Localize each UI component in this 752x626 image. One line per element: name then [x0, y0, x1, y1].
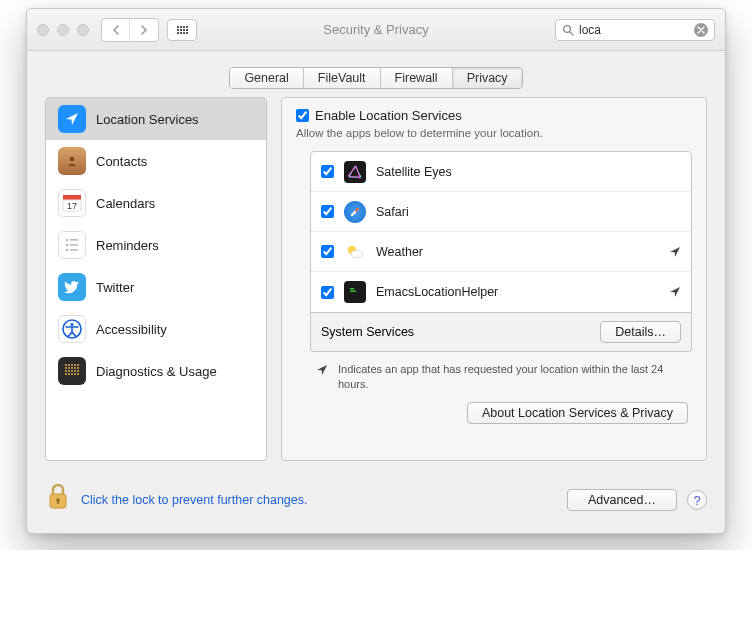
about-button-wrap: About Location Services & Privacy: [282, 402, 706, 436]
show-all-button[interactable]: [167, 19, 197, 41]
app-checkbox[interactable]: [321, 245, 334, 258]
sidebar-item-reminders[interactable]: Reminders: [46, 224, 266, 266]
svg-rect-7: [70, 239, 78, 241]
twitter-icon: [58, 273, 86, 301]
preferences-window: Security & Privacy General FileVault Fir…: [26, 8, 726, 534]
main-content: Location Services Contacts 17 Calendars …: [27, 97, 725, 475]
tab-general[interactable]: General: [230, 68, 303, 88]
sidebar-item-label: Accessibility: [96, 322, 167, 337]
sidebar-item-label: Diagnostics & Usage: [96, 364, 217, 379]
svg-point-20: [68, 367, 70, 369]
location-services-pane: Enable Location Services Allow the apps …: [281, 97, 707, 461]
back-button[interactable]: [102, 19, 130, 41]
svg-point-39: [351, 250, 363, 257]
system-services-label: System Services: [321, 325, 414, 339]
app-row-satellite-eyes[interactable]: Satellite Eyes: [311, 152, 691, 192]
sidebar-item-label: Twitter: [96, 280, 134, 295]
location-header: Enable Location Services Allow the apps …: [282, 98, 706, 147]
svg-point-24: [65, 370, 67, 372]
window-controls: [37, 24, 89, 36]
svg-point-15: [68, 364, 70, 366]
forward-button[interactable]: [130, 19, 158, 41]
footer-right: Advanced… ?: [567, 489, 707, 511]
about-location-button[interactable]: About Location Services & Privacy: [467, 402, 688, 424]
app-checkbox[interactable]: [321, 165, 334, 178]
svg-point-17: [74, 364, 76, 366]
svg-point-30: [68, 373, 70, 375]
tab-filevault[interactable]: FileVault: [304, 68, 381, 88]
chevron-right-icon: [140, 25, 148, 35]
location-arrow-icon: [316, 364, 328, 376]
svg-point-2: [70, 157, 75, 162]
contacts-icon: [58, 147, 86, 175]
recent-location-icon: [669, 286, 681, 298]
svg-point-19: [65, 367, 67, 369]
svg-point-32: [74, 373, 76, 375]
app-name: EmacsLocationHelper: [376, 285, 498, 299]
details-button[interactable]: Details…: [600, 321, 681, 343]
app-checkbox[interactable]: [321, 205, 334, 218]
chevron-left-icon: [112, 25, 120, 35]
enable-location-row[interactable]: Enable Location Services: [296, 108, 692, 123]
sidebar-item-calendars[interactable]: 17 Calendars: [46, 182, 266, 224]
app-icon-weather: [344, 241, 366, 263]
location-note: Indicates an app that has requested your…: [282, 352, 706, 402]
sidebar-item-label: Location Services: [96, 112, 199, 127]
sidebar-item-diagnostics[interactable]: Diagnostics & Usage: [46, 350, 266, 392]
footer: Click the lock to prevent further change…: [27, 475, 725, 533]
app-checkbox[interactable]: [321, 286, 334, 299]
reminders-icon: [58, 231, 86, 259]
clear-search-button[interactable]: [694, 23, 708, 37]
svg-point-16: [71, 364, 73, 366]
advanced-button[interactable]: Advanced…: [567, 489, 677, 511]
svg-point-21: [71, 367, 73, 369]
svg-point-13: [70, 323, 73, 326]
segmented-control: General FileVault Firewall Privacy: [229, 67, 522, 89]
enable-location-checkbox[interactable]: [296, 109, 309, 122]
app-row-safari[interactable]: Safari: [311, 192, 691, 232]
search-input[interactable]: [574, 23, 694, 37]
accessibility-icon: [58, 315, 86, 343]
app-name: Safari: [376, 205, 409, 219]
tab-privacy[interactable]: Privacy: [453, 68, 522, 88]
app-row-weather[interactable]: Weather: [311, 232, 691, 272]
location-arrow-icon: [58, 105, 86, 133]
sidebar-item-label: Calendars: [96, 196, 155, 211]
svg-point-29: [65, 373, 67, 375]
svg-rect-40: [350, 288, 354, 289]
tab-firewall[interactable]: Firewall: [381, 68, 453, 88]
enable-location-label: Enable Location Services: [315, 108, 462, 123]
svg-point-10: [66, 249, 69, 252]
svg-point-25: [68, 370, 70, 372]
search-field-wrapper: [555, 19, 715, 41]
lock-message[interactable]: Click the lock to prevent further change…: [81, 493, 308, 507]
svg-point-28: [77, 370, 79, 372]
sidebar-item-contacts[interactable]: Contacts: [46, 140, 266, 182]
lock-icon[interactable]: [45, 483, 71, 517]
system-services-row: System Services Details…: [310, 313, 692, 352]
sidebar-item-label: Contacts: [96, 154, 147, 169]
close-window-button[interactable]: [37, 24, 49, 36]
minimize-window-button[interactable]: [57, 24, 69, 36]
svg-rect-3: [63, 195, 81, 200]
titlebar: Security & Privacy: [27, 9, 725, 51]
app-row-emacs-location-helper[interactable]: EmacsLocationHelper: [311, 272, 691, 312]
sidebar-item-accessibility[interactable]: Accessibility: [46, 308, 266, 350]
svg-point-14: [65, 364, 67, 366]
svg-point-23: [77, 367, 79, 369]
svg-point-27: [74, 370, 76, 372]
svg-rect-45: [57, 500, 59, 504]
sidebar-item-twitter[interactable]: Twitter: [46, 266, 266, 308]
location-apps-list: Satellite Eyes Safari Weather: [310, 151, 692, 313]
svg-point-6: [66, 239, 69, 242]
recent-location-icon: [669, 246, 681, 258]
app-icon-terminal: [344, 281, 366, 303]
enable-location-subtitle: Allow the apps below to determine your l…: [296, 127, 692, 139]
tab-bar: General FileVault Firewall Privacy: [27, 51, 725, 97]
help-button[interactable]: ?: [687, 490, 707, 510]
sidebar-item-location-services[interactable]: Location Services: [46, 98, 266, 140]
app-name: Weather: [376, 245, 423, 259]
zoom-window-button[interactable]: [77, 24, 89, 36]
svg-rect-41: [350, 291, 356, 292]
svg-point-8: [66, 244, 69, 247]
